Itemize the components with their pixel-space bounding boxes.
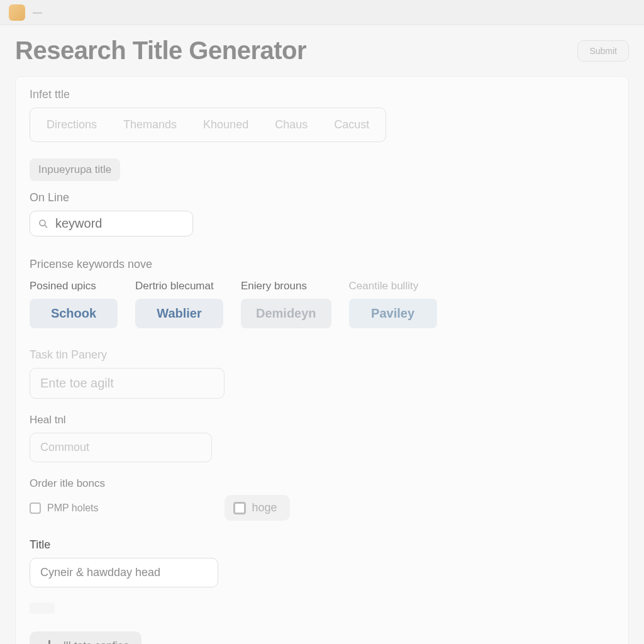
submit-button[interactable]: Submit (577, 40, 629, 62)
option-pmp[interactable]: PMP holets (30, 502, 99, 514)
top-bar: — (0, 0, 644, 25)
task-input[interactable]: Ente toe agilt (30, 368, 225, 399)
category-chip[interactable]: Paviley (349, 299, 437, 328)
title-field[interactable] (30, 558, 218, 587)
title-type-option[interactable]: Cacust (324, 113, 379, 136)
title-type-option[interactable]: Khouned (193, 113, 258, 136)
category-col: Ceantile bullity Paviley (349, 280, 437, 328)
keywords-section-label: Pricense keywords nove (30, 258, 614, 271)
checkbox-icon (30, 502, 41, 514)
svg-line-1 (45, 225, 47, 228)
plus-icon (42, 639, 56, 644)
input-title-tag[interactable]: Inpueyrupa title (30, 158, 120, 181)
title-field-label: Title (30, 538, 614, 552)
category-chip[interactable]: Schook (30, 299, 118, 328)
title-type-group: Directions Themands Khouned Chaus Cacust (30, 108, 386, 142)
infet-title-label: Infet ttle (30, 88, 614, 101)
page-title: Research Title Generator (15, 36, 306, 65)
add-config-label: llLtate confies (64, 640, 129, 644)
category-head: Eniery brouns (241, 280, 307, 292)
title-type-option[interactable]: Chaus (265, 113, 318, 136)
category-head: Posined upics (30, 280, 96, 292)
svg-point-0 (40, 220, 45, 226)
brand-name: — (33, 7, 42, 18)
checkbox-icon (233, 502, 246, 514)
search-icon (38, 218, 49, 230)
category-chip[interactable]: Wablier (135, 299, 223, 328)
category-head: Dertrio blecumat (135, 280, 214, 292)
title-type-option[interactable]: Directions (36, 113, 107, 136)
category-head: Ceantile bullity (349, 280, 419, 292)
category-col: Eniery brouns Demideyn (241, 280, 331, 328)
heal-label: Heal tnl (30, 414, 614, 426)
keyword-search[interactable] (30, 211, 193, 236)
placeholder-row (30, 602, 55, 614)
keyword-categories: Posined upics Schook Dertrio blecumat Wa… (30, 280, 614, 328)
category-col: Dertrio blecumat Wablier (135, 280, 223, 328)
option-label: PMP holets (47, 502, 99, 514)
add-config-button[interactable]: llLtate confies (30, 631, 142, 644)
option-label: hoge (252, 501, 277, 514)
heal-input[interactable]: Commout (30, 433, 212, 462)
category-chip[interactable]: Demideyn (241, 299, 331, 328)
category-col: Posined upics Schook (30, 280, 118, 328)
order-bonus-label: Order itle boncs (30, 477, 614, 490)
task-label: Task tin Panery (30, 348, 614, 362)
option-hoge[interactable]: hoge (225, 495, 290, 521)
form-card: Infet ttle Directions Themands Khouned C… (15, 76, 629, 644)
online-label: On Line (30, 191, 614, 204)
keyword-input[interactable] (55, 216, 185, 231)
brand-logo (9, 4, 25, 21)
title-type-option[interactable]: Themands (113, 113, 187, 136)
